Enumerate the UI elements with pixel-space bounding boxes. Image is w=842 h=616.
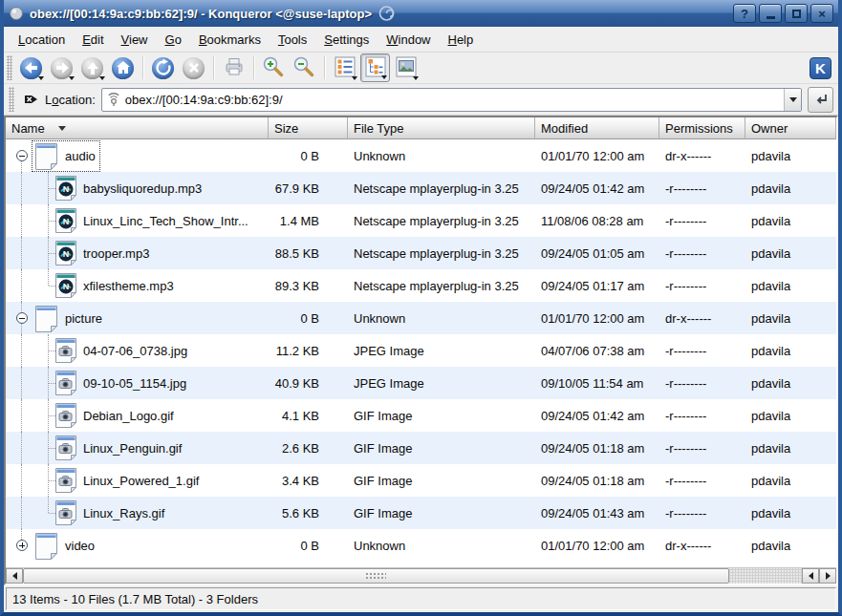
tree-view-button[interactable] [360,53,390,82]
scroll-right-button[interactable] [819,568,836,584]
menu-tools[interactable]: Tools [270,30,315,50]
menu-edit[interactable]: Edit [74,30,112,50]
toolbar-grip-handle[interactable] [7,55,12,80]
konqueror-window: obex://[00:14:9a:c9:bb:62]:9/ - Konquero… [0,0,842,616]
owner-cell: pdavila [745,311,836,326]
expander-plus-icon[interactable] [16,540,28,551]
kde-logo-button[interactable]: K [806,53,835,82]
table-row[interactable]: Debian_Logo.gif4.1 KBGIF Image09/24/05 0… [6,399,836,432]
stop-button[interactable] [179,53,208,82]
scrollbar-track[interactable] [729,568,802,584]
clear-location-icon[interactable] [23,92,39,107]
menu-window[interactable]: Window [378,30,439,50]
table-row[interactable]: picture0 BUnknown01/01/70 12:00 amdr-x--… [6,302,836,334]
table-row[interactable]: Linux_Penguin.gif2.6 KBGIF Image09/24/05… [6,432,836,464]
audio-icon: N [54,272,77,299]
maximize-icon [792,10,801,18]
table-row[interactable]: Nbabysliquoredup.mp367.9 KBNetscape mpla… [6,172,836,204]
go-button[interactable] [808,87,833,113]
column-header-size[interactable]: Size [269,117,348,139]
maximize-button[interactable] [785,4,808,23]
close-icon: × [818,7,826,21]
print-button[interactable] [219,53,248,82]
table-row[interactable]: Linux_Powered_1.gif3.4 KBGIF Image09/24/… [6,464,836,497]
forward-button[interactable] [47,53,76,82]
location-input[interactable] [125,93,780,107]
table-row[interactable]: Ntrooper.mp388.5 KBNetscape mplayerplug-… [6,237,836,269]
name-cell: Linux_Penguin.gif [6,432,269,464]
preview-view-button[interactable] [391,53,421,82]
horizontal-scrollbar[interactable] [6,567,836,584]
window-icon [9,6,24,21]
location-toolbar: Location: [4,84,838,116]
back-button[interactable] [16,53,46,82]
size-cell: 4.1 KB [269,409,348,423]
minimize-button[interactable] [759,4,782,23]
table-row[interactable]: Nxfilestheme.mp389.3 KBNetscape mplayerp… [6,269,836,302]
column-header-permissions[interactable]: Permissions [659,117,745,139]
column-header-name[interactable]: Name [6,117,269,139]
menu-go[interactable]: Go [157,30,190,50]
zoom-in-button[interactable] [259,53,289,82]
type-cell: Unknown [348,539,535,553]
modified-cell: 09/24/05 01:18 am [535,441,659,456]
size-cell: 67.9 KB [269,181,348,196]
menu-location[interactable]: Location [10,30,74,50]
close-button[interactable]: × [810,4,833,23]
menu-bookmarks[interactable]: Bookmarks [190,30,270,50]
toolbar-separator [213,56,214,79]
locationbar-grip-handle[interactable] [9,87,14,112]
column-header-modified[interactable]: Modified [535,117,659,139]
owner-cell: pdavila [745,506,836,520]
minimize-icon [766,16,775,19]
owner-cell: pdavila [745,474,836,488]
preview-view-icon [396,56,417,80]
obex-antenna-icon [106,92,121,107]
expander-minus-icon[interactable] [16,150,28,161]
table-row[interactable]: NLinux_Linc_Tech_Show_Intr...1.4 MBNetsc… [6,204,836,237]
table-row[interactable]: Linux_Rays.gif5.6 KBGIF Image09/24/05 01… [6,497,836,529]
owner-cell: pdavila [745,246,836,261]
kde-logo-icon: K [810,57,831,79]
location-dropdown-arrow[interactable] [784,89,801,111]
column-header-label: Permissions [665,121,733,136]
permissions-cell: -r-------- [659,246,745,261]
icon-view-button[interactable] [330,53,359,82]
scroll-left-button[interactable] [6,568,23,584]
table-row[interactable]: 09-10-05_1154.jpg40.9 KBJPEG Image09/10/… [6,367,836,399]
owner-cell: pdavila [745,409,836,423]
size-cell: 88.5 KB [269,246,348,261]
size-cell: 40.9 KB [269,376,348,391]
table-row[interactable]: audio0 BUnknown01/01/70 12:00 amdr-x----… [6,139,836,172]
help-button[interactable]: ? [733,4,756,23]
modified-cell: 01/01/70 12:00 am [535,539,659,553]
zoom-out-button[interactable] [290,53,319,82]
column-header-owner[interactable]: Owner [745,117,836,139]
menu-settings[interactable]: Settings [315,30,378,50]
svg-text:N: N [63,184,70,194]
expander-minus-icon[interactable] [16,312,28,324]
permissions-cell: dr-x------ [659,311,745,326]
table-row[interactable]: video0 BUnknown01/01/70 12:00 amdr-x----… [6,529,836,562]
scrollbar-thumb[interactable] [23,568,729,584]
permissions-cell: -r-------- [659,214,745,228]
menu-help[interactable]: Help [440,30,483,50]
location-combobox[interactable] [101,88,802,112]
size-cell: 1.4 MB [269,214,348,228]
column-header-file-type[interactable]: File Type [348,117,535,139]
reload-button[interactable] [148,53,178,82]
up-button[interactable] [77,53,107,82]
menu-view[interactable]: View [113,30,157,50]
home-button[interactable] [108,53,138,82]
owner-cell: pdavila [745,181,836,196]
owner-cell: pdavila [745,441,836,456]
main-toolbar: K [4,53,838,84]
permissions-cell: -r-------- [659,409,745,423]
scroll-left-button-2[interactable] [802,568,819,584]
image-icon [54,370,77,396]
reload-icon [152,57,174,79]
toolbar-buttons: K [16,53,835,82]
owner-cell: pdavila [745,149,836,163]
table-row[interactable]: 04-07-06_0738.jpg11.2 KBJPEG Image04/07/… [6,334,836,367]
window-title: obex://[00:14:9a:c9:bb:62]:9/ - Konquero… [30,7,372,21]
